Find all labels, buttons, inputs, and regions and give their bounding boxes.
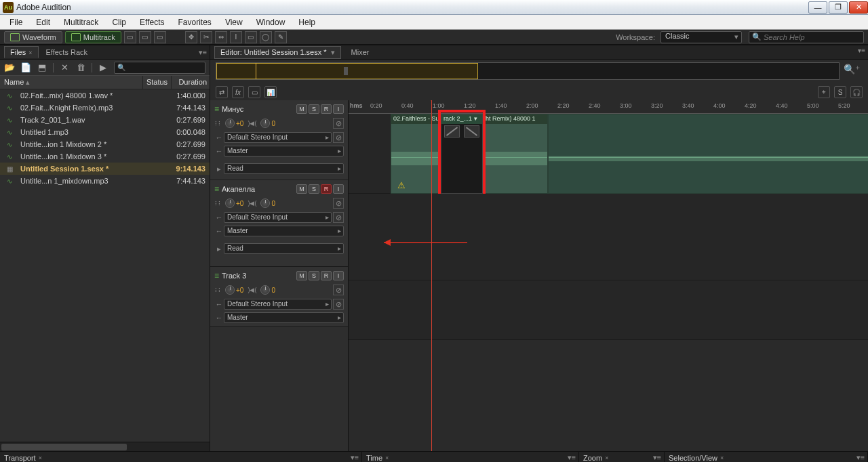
play-preview-icon[interactable]: ▶ [98,62,108,73]
tt-snap[interactable]: ⌖ [818,86,830,98]
volume-knob[interactable] [225,119,235,128]
input-monitor-button[interactable]: I [333,104,344,114]
input-config-button[interactable]: ⊘ [333,299,344,310]
input-monitor-button[interactable]: I [333,271,344,280]
tab-files[interactable]: Files× [4,46,39,58]
pan-knob[interactable] [260,285,270,295]
close-button[interactable]: ✕ [849,1,868,14]
import-icon[interactable]: ⬒ [37,62,47,73]
move-tool[interactable]: ✥ [185,31,197,43]
mute-button[interactable]: M [296,184,307,194]
menu-multitrack[interactable]: Multitrack [57,16,105,28]
files-hscroll[interactable] [0,442,210,451]
input-config-button[interactable]: ⊘ [333,132,344,143]
brush-tool[interactable]: ✎ [275,31,287,43]
tool-3[interactable]: ▭ [154,31,166,43]
automation-mode[interactable]: Read [224,163,344,174]
tt-s[interactable]: S [834,86,846,98]
track-name[interactable]: Акапелла [214,184,294,194]
solo-button[interactable]: S [309,104,319,114]
tt-4[interactable]: 📊 [264,86,277,98]
pan-value[interactable]: 0 [271,287,275,294]
workspace-select[interactable]: Classic [660,31,742,43]
playhead[interactable] [431,100,432,451]
minimize-button[interactable]: — [808,1,827,14]
track-name[interactable]: Track 3 [214,271,294,280]
track-header[interactable]: Track 3 M S R I ⫶⫶ +0 )◀( 0 ⊘ ←Default S… [210,267,348,327]
tab-effects-rack[interactable]: Effects Rack [40,46,94,58]
input-select[interactable]: Default Stereo Input [224,212,332,223]
pan-knob[interactable] [260,119,270,128]
pan-value[interactable]: 0 [271,200,275,207]
lasso-tool[interactable]: ◯ [260,31,272,43]
track-lanes[interactable]: hms 0:200:401:001:201:402:002:202:403:00… [349,100,868,451]
search-input[interactable] [764,33,861,41]
file-row[interactable]: ∿ 02.Fait...mix) 48000 1.wav * 1:40.000 [0,89,210,102]
output-select[interactable]: Master [224,226,344,236]
maximize-button[interactable]: ❐ [829,1,848,14]
arm-record-button[interactable]: R [321,184,332,194]
tt-metronome[interactable]: 🎧 [850,86,863,98]
file-row[interactable]: ∿ Untitle...ion 1 Mixdown 3 * 0:27.699 [0,150,210,163]
col-name[interactable]: Name ▴ [0,76,143,89]
menu-effects[interactable]: Effects [133,16,171,28]
output-select[interactable]: Master [224,312,344,323]
file-row[interactable]: ▦ Untitled Session 1.sesx * 9:14.143 [0,163,210,175]
files-filter[interactable] [114,62,205,74]
track-header[interactable]: Минус M S R I ⫶⫶ +0 )◀( 0 ⊘ ←Default Ste… [210,100,348,180]
delete-icon[interactable]: 🗑 [75,62,86,73]
input-select[interactable]: Default Stereo Input [224,132,332,143]
file-row[interactable]: ∿ 02.Fait...Knight Remix).mp3 7:44.143 [0,102,210,114]
editor-panel-menu[interactable]: ▾≡ [858,47,865,54]
output-select[interactable]: Master [224,146,344,156]
file-row[interactable]: ∿ Untitled 1.mp3 0:00.048 [0,126,210,138]
timeline-overview[interactable] [216,62,840,80]
menu-clip[interactable]: Clip [105,16,133,28]
tt-1[interactable]: ⇄ [216,86,228,98]
waveform-mode-button[interactable]: Waveform [4,31,62,43]
solo-button[interactable]: S [309,271,319,280]
tt-2[interactable]: fx [232,86,244,98]
menu-edit[interactable]: Edit [29,16,57,28]
tool-1[interactable]: ▭ [124,31,136,43]
arm-record-button[interactable]: R [321,104,332,114]
menu-favorites[interactable]: Favorites [172,16,218,28]
menu-window[interactable]: Window [250,16,292,28]
fx-bypass-button[interactable]: ⊘ [333,118,344,129]
menu-help[interactable]: Help [292,16,322,28]
pan-knob[interactable] [260,198,270,208]
lane-3[interactable] [349,280,868,340]
clip-track2[interactable]: rack 2_...1 ▾ [441,114,483,194]
multitrack-mode-button[interactable]: Multitrack [65,31,121,43]
input-select[interactable]: Default Stereo Input [224,299,332,310]
open-file-icon[interactable]: 📂 [4,62,15,73]
col-duration[interactable]: Duration [172,76,210,89]
volume-value[interactable]: +0 [236,287,243,294]
mixer-tab[interactable]: Mixer [345,46,376,58]
arm-record-button[interactable]: R [321,271,332,280]
lane-1[interactable]: 02.Faithless - Sun rack 2_...1 ▾ ht Remi… [349,114,868,194]
mute-button[interactable]: M [296,271,307,280]
fx-bypass-button[interactable]: ⊘ [333,285,344,295]
close-file-icon[interactable]: ✕ [59,62,70,73]
zoom-fit-icon[interactable]: 🔍⁺ [844,64,860,75]
track-header[interactable]: Акапелла M S R I ⫶⫶ +0 )◀( 0 ⊘ ←Default … [210,180,348,267]
col-status[interactable]: Status [143,76,172,89]
file-row[interactable]: ∿ Untitle...n 1_mixdown.mp3 7:44.143 [0,175,210,187]
volume-value[interactable]: +0 [236,200,243,207]
clip-long[interactable] [548,114,868,194]
menu-file[interactable]: File [3,16,29,28]
tool-2[interactable]: ▭ [139,31,151,43]
solo-button[interactable]: S [309,184,319,194]
menu-view[interactable]: View [218,16,250,28]
new-file-icon[interactable]: 📄 [20,62,31,73]
volume-knob[interactable] [225,198,235,208]
time-select-tool[interactable]: I [230,31,242,43]
volume-value[interactable]: +0 [236,120,243,127]
automation-mode[interactable]: Read [224,243,344,254]
search-help[interactable]: 🔍 [749,31,864,43]
file-row[interactable]: ∿ Untitle...ion 1 Mixdown 2 * 0:27.699 [0,138,210,150]
panel-menu-icon[interactable]: ▾≡ [199,48,207,57]
clip-faithless-right[interactable]: ht Remix) 48000 1 [483,114,548,194]
file-row[interactable]: ∿ Track 2_001_1.wav 0:27.699 [0,114,210,126]
